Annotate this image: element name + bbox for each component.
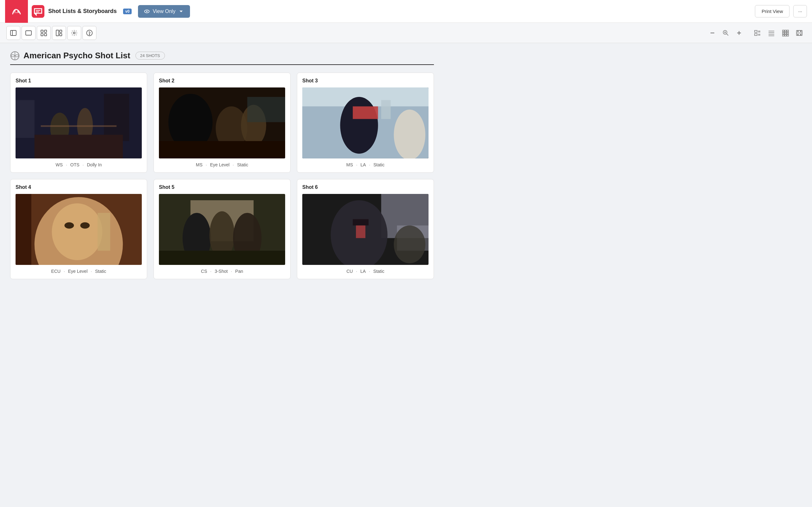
frame-view-button[interactable]	[21, 26, 36, 40]
shot-meta-value: ECU	[51, 269, 61, 274]
zoom-out-button[interactable]	[707, 27, 718, 39]
svg-point-18	[73, 32, 75, 34]
list-view-1-icon	[754, 30, 761, 37]
split-view-button[interactable]	[52, 26, 66, 40]
shot-meta-value: MS	[346, 162, 353, 167]
shot-image	[159, 88, 285, 158]
svg-rect-14	[44, 34, 47, 36]
shot-meta-value: MS	[196, 162, 203, 167]
film-icon	[796, 30, 803, 37]
more-options-button[interactable]: ···	[793, 5, 807, 17]
shot-meta: CS · 3-Shot · Pan	[159, 269, 285, 274]
project-header: American Psycho Shot List 24 SHOTS	[10, 51, 434, 60]
svg-rect-49	[800, 31, 801, 32]
list-view-2-icon	[768, 30, 775, 37]
shot-image-placeholder	[159, 88, 285, 158]
view-only-button[interactable]: View Only	[138, 5, 190, 18]
print-view-button[interactable]: Print View	[755, 5, 790, 17]
shot-meta-value: Dolly In	[87, 162, 102, 167]
svg-rect-40	[787, 30, 789, 32]
logo-icon	[10, 5, 23, 18]
shot-meta-value: WS	[55, 162, 63, 167]
svg-rect-41	[782, 32, 784, 34]
svg-point-20	[89, 34, 90, 35]
shot-image	[159, 194, 285, 265]
shot-label: Shot 4	[15, 184, 142, 190]
svg-rect-80	[98, 213, 110, 250]
meta-separator: ·	[90, 269, 93, 274]
svg-rect-61	[41, 125, 117, 127]
chevron-down-icon	[178, 8, 184, 14]
svg-rect-48	[798, 31, 798, 32]
sidebar-toggle-button[interactable]	[6, 26, 20, 40]
shot-card: Shot 1 WS · OTS · Dolly In	[10, 72, 147, 173]
svg-rect-86	[159, 250, 285, 265]
module-icon	[32, 5, 44, 18]
svg-rect-31	[755, 34, 757, 36]
version-badge: v0	[123, 9, 132, 14]
svg-point-76	[52, 204, 102, 260]
shot-image-placeholder	[15, 194, 142, 265]
shot-meta-value: Pan	[235, 269, 243, 274]
shot-image-placeholder	[302, 194, 428, 265]
film-view-button[interactable]	[793, 27, 806, 39]
grid-view-button[interactable]	[779, 27, 792, 39]
settings-button[interactable]	[67, 26, 81, 40]
minus-icon	[709, 30, 716, 36]
svg-point-93	[394, 225, 426, 263]
meta-separator: ·	[62, 269, 66, 274]
zoom-in-button[interactable]	[733, 27, 745, 39]
svg-rect-11	[41, 30, 43, 32]
project-icon	[10, 51, 20, 60]
help-button[interactable]	[83, 26, 96, 40]
shot-meta: WS · OTS · Dolly In	[15, 162, 142, 167]
svg-rect-28	[755, 31, 757, 32]
shots-count-badge: 24 SHOTS	[136, 52, 165, 60]
shot-meta-value: CS	[201, 269, 207, 274]
svg-rect-67	[247, 97, 285, 122]
meta-separator: ·	[209, 269, 213, 274]
svg-rect-60	[35, 135, 123, 158]
svg-point-77	[64, 222, 74, 228]
svg-point-70	[340, 97, 378, 154]
split-icon	[55, 30, 62, 37]
shot-grid: Shot 1 WS · OTS · Dolly InShot 2 MS · Ey…	[10, 72, 434, 279]
shot-label: Shot 6	[302, 184, 428, 190]
shot-image-placeholder	[15, 88, 142, 158]
svg-rect-10	[26, 31, 32, 35]
project-title: American Psycho Shot List	[10, 51, 131, 60]
meta-separator: ·	[368, 162, 372, 167]
list-view-2-button[interactable]	[765, 27, 778, 39]
shot-meta-value: Static	[237, 162, 248, 167]
svg-point-78	[80, 222, 90, 228]
meta-separator: ·	[81, 162, 85, 167]
svg-rect-51	[800, 34, 801, 36]
svg-rect-73	[381, 100, 391, 119]
sidebar-icon	[10, 30, 17, 37]
svg-rect-8	[10, 31, 16, 36]
shot-meta-value: Eye Level	[68, 269, 88, 274]
search-icon	[722, 30, 729, 37]
grid-view-button[interactable]	[37, 26, 51, 40]
grid-icon	[40, 30, 47, 37]
list-view-1-button[interactable]	[751, 27, 764, 39]
shot-image	[302, 88, 428, 158]
shot-label: Shot 1	[15, 78, 142, 83]
shot-meta-value: Eye Level	[210, 162, 229, 167]
shot-image	[15, 194, 142, 265]
svg-line-23	[727, 34, 728, 36]
svg-rect-91	[356, 225, 365, 238]
svg-rect-15	[56, 30, 59, 36]
svg-point-1	[14, 10, 15, 12]
plus-icon	[736, 30, 742, 36]
svg-rect-13	[41, 34, 43, 36]
chat-icon	[32, 5, 44, 18]
main-content: American Psycho Shot List 24 SHOTS Shot …	[0, 43, 444, 287]
help-icon	[86, 30, 93, 37]
shot-meta: MS · Eye Level · Static	[159, 162, 285, 167]
shot-card: Shot 4 ECU · Eye Level · Static	[10, 179, 147, 279]
shot-meta: MS · LA · Static	[302, 162, 428, 167]
shot-meta: ECU · Eye Level · Static	[15, 269, 142, 274]
section-divider	[10, 64, 434, 65]
svg-rect-39	[785, 30, 786, 32]
